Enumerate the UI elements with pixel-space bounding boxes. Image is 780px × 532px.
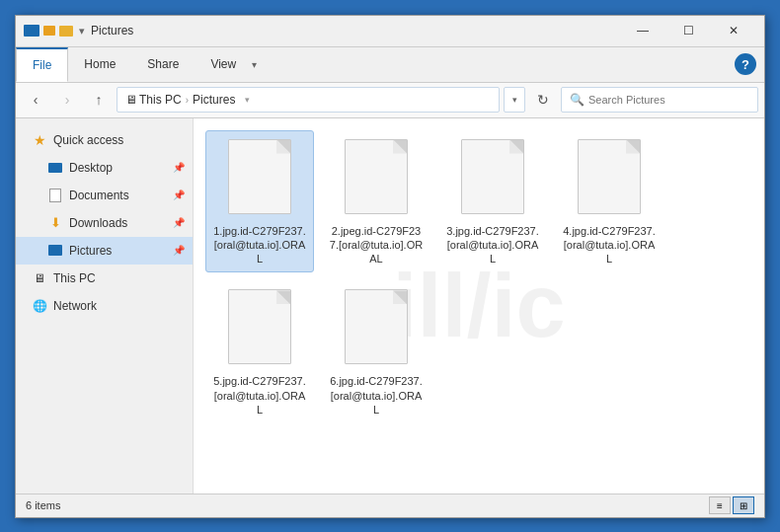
sidebar-item-downloads[interactable]: ⬇ Downloads 📌	[16, 209, 193, 237]
network-icon: 🌐	[32, 298, 47, 314]
status-bar: 6 items ≡ ⊞	[16, 494, 764, 517]
file-item[interactable]: 5.jpg.id-C279F237.[oral@tuta.io].ORAL	[205, 280, 314, 423]
downloads-pin-icon: 📌	[173, 217, 185, 228]
file-icon-6	[342, 289, 411, 370]
file-name-6: 6.jpg.id-C279F237.[oral@tuta.io].ORAL	[329, 374, 424, 417]
file-item[interactable]: 1.jpg.id-C279F237.[oral@tuta.io].ORAL	[205, 130, 314, 273]
status-count: 6 items	[26, 499, 709, 511]
address-path: 🖥 This PC › Pictures ▾	[117, 87, 500, 113]
sidebar-documents-label: Documents	[69, 189, 129, 202]
sidebar-quick-access-label: Quick access	[53, 133, 123, 147]
close-button[interactable]: ✕	[711, 15, 756, 46]
explorer-window: ▾ Pictures — ☐ ✕ File Home Share View ▾ …	[15, 15, 765, 518]
title-bar-icons: ▾	[24, 25, 85, 38]
file-item[interactable]: 2.jpeg.id-C279F237.[oral@tuta.io].ORAL	[322, 130, 430, 273]
pictures-pin-icon: 📌	[173, 245, 185, 256]
maximize-button[interactable]: ☐	[665, 15, 711, 46]
tab-view[interactable]: View	[195, 47, 252, 82]
file-name-3: 3.jpg.id-C279F237.[oral@tuta.io].ORAL	[445, 224, 540, 266]
window-title: Pictures	[91, 24, 620, 38]
file-name-5: 5.jpg.id-C279F237.[oral@tuta.io].ORAL	[212, 374, 307, 417]
documents-icon	[47, 188, 63, 203]
file-icon-4	[575, 139, 644, 220]
path-chevron-icon[interactable]: ▾	[239, 87, 255, 113]
tab-share-label: Share	[147, 57, 179, 71]
sidebar-item-network[interactable]: 🌐 Network	[16, 292, 193, 320]
file-icon-5	[225, 289, 294, 370]
help-button[interactable]: ?	[735, 53, 756, 75]
grid-view-button[interactable]: ⊞	[733, 496, 754, 514]
file-item[interactable]: 4.jpg.id-C279F237.[oral@tuta.io].ORAL	[555, 130, 663, 273]
pictures-icon	[47, 243, 63, 259]
path-thispc-label: This PC	[139, 93, 182, 107]
sidebar: ★ Quick access Desktop 📌 Documents 📌 ⬇ D…	[16, 118, 194, 494]
up-button[interactable]: ↑	[85, 86, 113, 114]
file-icon-1	[225, 139, 294, 220]
sidebar-item-desktop[interactable]: Desktop 📌	[16, 154, 193, 182]
file-icon-2	[342, 139, 411, 220]
tab-share[interactable]: Share	[131, 47, 195, 82]
tab-file-label: File	[33, 58, 51, 72]
sidebar-desktop-label: Desktop	[69, 161, 113, 175]
desktop-icon	[47, 160, 63, 176]
back-button[interactable]: ‹	[22, 86, 49, 114]
refresh-button[interactable]: ↻	[529, 86, 557, 114]
path-sep-1: ›	[186, 95, 189, 106]
ribbon-chevron-icon[interactable]: ▾	[252, 59, 257, 70]
address-dropdown[interactable]: ▾	[504, 87, 525, 113]
tab-view-label: View	[210, 57, 236, 71]
sidebar-item-pictures[interactable]: Pictures 📌	[16, 237, 193, 265]
file-name-4: 4.jpg.id-C279F237.[oral@tuta.io].ORAL	[562, 224, 657, 266]
thispc-icon: 🖥	[32, 270, 47, 286]
search-input[interactable]	[588, 94, 749, 106]
sidebar-item-documents[interactable]: Documents 📌	[16, 182, 193, 209]
ribbon: File Home Share View ▾ ?	[16, 47, 764, 83]
path-pictures-label: Pictures	[193, 93, 235, 107]
search-icon: 🔍	[570, 93, 585, 107]
tab-file[interactable]: File	[16, 47, 68, 82]
list-view-button[interactable]: ≡	[709, 496, 731, 514]
file-area: ill/ic 1.jpg.id-C279F237.[oral@tuta.io].…	[194, 118, 764, 494]
file-icon-3	[458, 139, 527, 220]
main-content: ★ Quick access Desktop 📌 Documents 📌 ⬇ D…	[16, 118, 764, 494]
downloads-icon: ⬇	[47, 215, 63, 231]
sidebar-downloads-label: Downloads	[69, 216, 127, 230]
address-bar: ‹ › ↑ 🖥 This PC › Pictures ▾ ▾ ↻ 🔍	[16, 83, 764, 118]
documents-pin-icon: 📌	[173, 190, 185, 200]
sidebar-thispc-label: This PC	[53, 271, 96, 285]
window-controls: — ☐ ✕	[620, 15, 756, 46]
file-item[interactable]: 6.jpg.id-C279F237.[oral@tuta.io].ORAL	[322, 280, 430, 423]
path-pictures[interactable]: Pictures	[193, 93, 235, 107]
search-box[interactable]: 🔍	[561, 87, 758, 113]
file-name-1: 1.jpg.id-C279F237.[oral@tuta.io].ORAL	[212, 224, 307, 266]
desktop-pin-icon: 📌	[173, 162, 185, 173]
sidebar-item-thispc[interactable]: 🖥 This PC	[16, 265, 193, 292]
sidebar-pictures-label: Pictures	[69, 244, 112, 258]
title-bar: ▾ Pictures — ☐ ✕	[16, 16, 764, 47]
forward-button[interactable]: ›	[53, 86, 81, 114]
minimize-button[interactable]: —	[620, 15, 665, 46]
view-buttons: ≡ ⊞	[709, 496, 754, 514]
sidebar-network-label: Network	[53, 299, 97, 313]
file-name-2: 2.jpeg.id-C279F237.[oral@tuta.io].ORAL	[329, 224, 424, 266]
path-thispc[interactable]: 🖥 This PC	[125, 93, 182, 107]
sidebar-item-quick-access[interactable]: ★ Quick access	[16, 126, 193, 154]
file-item[interactable]: 3.jpg.id-C279F237.[oral@tuta.io].ORAL	[438, 130, 547, 273]
quick-access-icon: ★	[32, 132, 47, 148]
tab-home-label: Home	[84, 57, 116, 71]
tab-home[interactable]: Home	[68, 47, 131, 82]
